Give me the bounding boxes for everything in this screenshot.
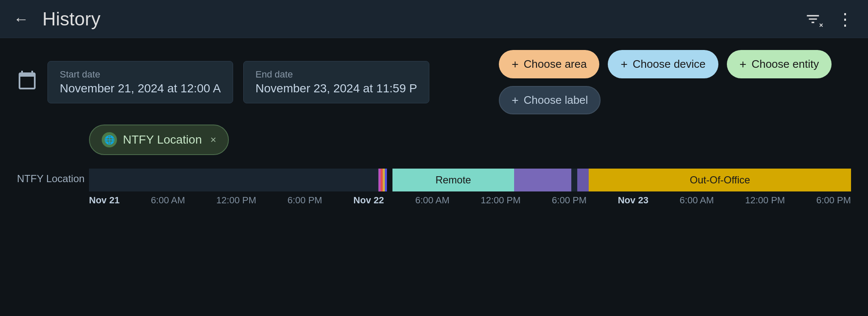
choose-label-label: Choose label: [524, 94, 588, 107]
axis-6am-3: 6:00 AM: [680, 195, 714, 206]
plus-icon: +: [512, 94, 518, 106]
filter-button[interactable]: ×: [801, 7, 825, 31]
filter-clear-icon: ×: [819, 22, 823, 29]
choose-device-label: Choose device: [633, 58, 706, 71]
filter-icon: [805, 11, 821, 27]
timeline-section: NTFY Location: [17, 169, 851, 206]
active-entity-name: NTFY Location: [123, 133, 202, 147]
start-date-field[interactable]: Start date November 21, 2024 at 12:00 A: [47, 61, 233, 103]
start-date-value: November 21, 2024 at 12:00 A: [60, 82, 221, 95]
out-of-office-segment: Out-Of-Office: [589, 169, 851, 191]
axis-12pm-1: 12:00 PM: [216, 195, 256, 206]
choose-entity-chip[interactable]: + Choose entity: [727, 50, 832, 78]
entity-icon: 🌐: [102, 132, 117, 147]
choose-entity-label: Choose entity: [751, 58, 819, 71]
timeline-track: Remote Out-Of-Office: [89, 169, 851, 191]
axis-6am-2: 6:00 AM: [415, 195, 450, 206]
filter-chips-section: + Choose area + Choose device + Choose e…: [499, 50, 832, 114]
axis-6pm-2: 6:00 PM: [552, 195, 587, 206]
chips-row-2: + Choose label: [499, 86, 832, 114]
header-right: × ⋮: [801, 7, 854, 31]
calendar-icon: [17, 70, 37, 94]
axis-nov22: Nov 22: [353, 195, 384, 206]
choose-label-chip[interactable]: + Choose label: [499, 86, 601, 114]
plus-icon: +: [740, 58, 746, 70]
axis-6pm-3: 6:00 PM: [816, 195, 851, 206]
start-date-label: Start date: [60, 69, 221, 80]
choose-device-chip[interactable]: + Choose device: [608, 50, 718, 78]
timeline-bar[interactable]: Remote Out-Of-Office: [89, 169, 851, 191]
active-entity-row: 🌐 NTFY Location ×: [89, 125, 851, 155]
end-date-field[interactable]: End date November 23, 2024 at 11:59 P: [243, 61, 429, 103]
plus-icon: +: [620, 58, 627, 70]
date-row: Start date November 21, 2024 at 12:00 A …: [17, 50, 851, 114]
plus-icon: +: [512, 58, 518, 70]
active-entity-chip[interactable]: 🌐 NTFY Location ×: [89, 125, 229, 155]
more-options-button[interactable]: ⋮: [837, 11, 854, 28]
axis-12pm-2: 12:00 PM: [481, 195, 520, 206]
choose-area-chip[interactable]: + Choose area: [499, 50, 599, 78]
axis-nov23: Nov 23: [618, 195, 648, 206]
axis-6am-1: 6:00 AM: [151, 195, 185, 206]
timeline-row-label: NTFY Location: [17, 173, 85, 185]
timeline-axis: Nov 21 6:00 AM 12:00 PM 6:00 PM Nov 22 6…: [89, 195, 851, 206]
header: ← History × ⋮: [0, 0, 868, 38]
choose-area-label: Choose area: [524, 58, 587, 71]
axis-6pm-1: 6:00 PM: [287, 195, 322, 206]
remote-segment: Remote: [392, 169, 515, 191]
end-date-value: November 23, 2024 at 11:59 P: [256, 82, 417, 95]
header-left: ← History: [14, 8, 100, 30]
page-title: History: [42, 8, 100, 30]
axis-nov21: Nov 21: [89, 195, 120, 206]
back-button[interactable]: ←: [14, 11, 29, 27]
axis-12pm-3: 12:00 PM: [745, 195, 785, 206]
active-entity-close-button[interactable]: ×: [210, 134, 216, 146]
chips-row-1: + Choose area + Choose device + Choose e…: [499, 50, 832, 78]
timeline-wrapper: Remote Out-Of-Office: [89, 169, 851, 206]
end-date-label: End date: [256, 69, 417, 80]
main-content: Start date November 21, 2024 at 12:00 A …: [0, 38, 868, 218]
